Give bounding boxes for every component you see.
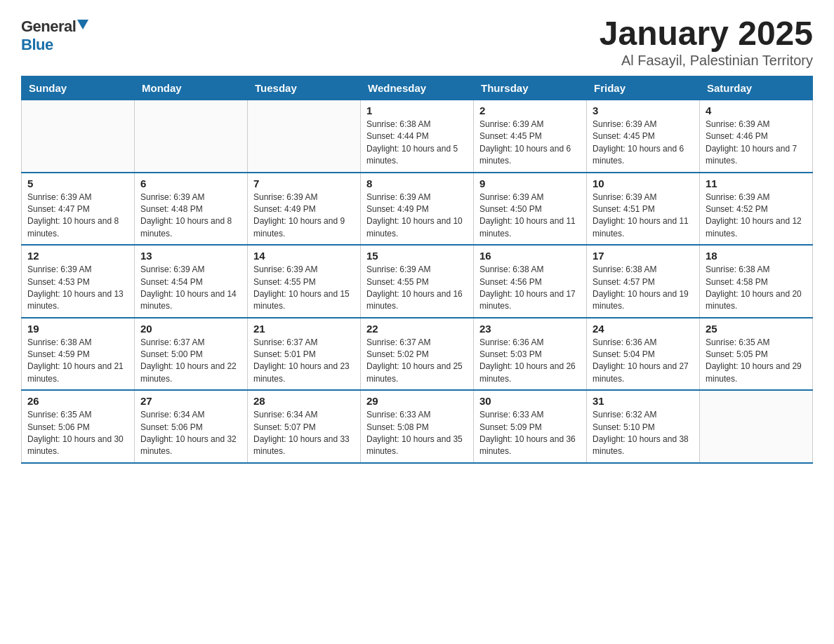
day-number: 1 bbox=[366, 105, 468, 116]
day-cell: 22Sunrise: 6:37 AM Sunset: 5:02 PM Dayli… bbox=[361, 318, 474, 391]
day-cell: 31Sunrise: 6:32 AM Sunset: 5:10 PM Dayli… bbox=[587, 390, 700, 463]
day-info: Sunrise: 6:38 AM Sunset: 4:58 PM Dayligh… bbox=[706, 264, 807, 313]
day-cell: 28Sunrise: 6:34 AM Sunset: 5:07 PM Dayli… bbox=[248, 390, 361, 463]
day-number: 5 bbox=[27, 177, 128, 189]
day-number: 29 bbox=[366, 395, 468, 407]
day-cell: 14Sunrise: 6:39 AM Sunset: 4:55 PM Dayli… bbox=[248, 245, 361, 318]
day-info: Sunrise: 6:39 AM Sunset: 4:46 PM Dayligh… bbox=[706, 119, 807, 168]
header-cell-friday: Friday bbox=[587, 76, 700, 100]
week-row-2: 5Sunrise: 6:39 AM Sunset: 4:47 PM Daylig… bbox=[22, 173, 813, 246]
day-info: Sunrise: 6:37 AM Sunset: 5:01 PM Dayligh… bbox=[253, 337, 355, 386]
day-info: Sunrise: 6:39 AM Sunset: 4:53 PM Dayligh… bbox=[27, 264, 128, 313]
day-number: 9 bbox=[479, 177, 581, 189]
day-info: Sunrise: 6:39 AM Sunset: 4:45 PM Dayligh… bbox=[479, 119, 581, 168]
header-cell-thursday: Thursday bbox=[474, 76, 587, 100]
day-number: 20 bbox=[140, 323, 241, 335]
header-cell-saturday: Saturday bbox=[700, 76, 813, 100]
day-cell: 25Sunrise: 6:35 AM Sunset: 5:05 PM Dayli… bbox=[700, 318, 813, 391]
location-text: Al Fasayil, Palestinian Territory bbox=[600, 53, 813, 69]
day-info: Sunrise: 6:35 AM Sunset: 5:05 PM Dayligh… bbox=[706, 337, 807, 386]
day-number: 4 bbox=[706, 105, 807, 116]
header-cell-tuesday: Tuesday bbox=[248, 76, 361, 100]
logo-blue-text: Blue bbox=[21, 36, 53, 54]
header-cell-monday: Monday bbox=[135, 76, 248, 100]
day-info: Sunrise: 6:39 AM Sunset: 4:52 PM Dayligh… bbox=[706, 192, 807, 241]
day-info: Sunrise: 6:39 AM Sunset: 4:55 PM Dayligh… bbox=[366, 264, 468, 313]
day-number: 17 bbox=[593, 250, 694, 262]
day-cell: 11Sunrise: 6:39 AM Sunset: 4:52 PM Dayli… bbox=[700, 173, 813, 246]
day-number: 13 bbox=[140, 250, 241, 262]
day-cell: 3Sunrise: 6:39 AM Sunset: 4:45 PM Daylig… bbox=[587, 100, 700, 173]
day-cell: 27Sunrise: 6:34 AM Sunset: 5:06 PM Dayli… bbox=[135, 390, 248, 463]
day-info: Sunrise: 6:39 AM Sunset: 4:45 PM Dayligh… bbox=[593, 119, 694, 168]
day-number: 6 bbox=[140, 177, 241, 189]
day-number: 2 bbox=[479, 105, 581, 116]
day-number: 27 bbox=[140, 395, 241, 407]
day-info: Sunrise: 6:36 AM Sunset: 5:04 PM Dayligh… bbox=[593, 337, 694, 386]
day-number: 16 bbox=[479, 250, 581, 262]
day-number: 24 bbox=[593, 323, 694, 335]
day-number: 23 bbox=[479, 323, 581, 335]
day-cell: 16Sunrise: 6:38 AM Sunset: 4:56 PM Dayli… bbox=[474, 245, 587, 318]
day-cell: 21Sunrise: 6:37 AM Sunset: 5:01 PM Dayli… bbox=[248, 318, 361, 391]
day-number: 21 bbox=[253, 323, 355, 335]
day-cell: 30Sunrise: 6:33 AM Sunset: 5:09 PM Dayli… bbox=[474, 390, 587, 463]
day-info: Sunrise: 6:39 AM Sunset: 4:54 PM Dayligh… bbox=[140, 264, 241, 313]
day-info: Sunrise: 6:38 AM Sunset: 4:57 PM Dayligh… bbox=[593, 264, 694, 313]
day-cell: 26Sunrise: 6:35 AM Sunset: 5:06 PM Dayli… bbox=[22, 390, 135, 463]
day-cell: 9Sunrise: 6:39 AM Sunset: 4:50 PM Daylig… bbox=[474, 173, 587, 246]
day-info: Sunrise: 6:39 AM Sunset: 4:51 PM Dayligh… bbox=[593, 192, 694, 241]
day-cell: 10Sunrise: 6:39 AM Sunset: 4:51 PM Dayli… bbox=[587, 173, 700, 246]
day-info: Sunrise: 6:39 AM Sunset: 4:47 PM Dayligh… bbox=[27, 192, 128, 241]
day-info: Sunrise: 6:39 AM Sunset: 4:49 PM Dayligh… bbox=[253, 192, 355, 241]
day-info: Sunrise: 6:38 AM Sunset: 4:44 PM Dayligh… bbox=[366, 119, 468, 168]
day-info: Sunrise: 6:39 AM Sunset: 4:49 PM Dayligh… bbox=[366, 192, 468, 241]
day-info: Sunrise: 6:38 AM Sunset: 4:56 PM Dayligh… bbox=[479, 264, 581, 313]
day-cell bbox=[248, 100, 361, 173]
day-number: 19 bbox=[27, 323, 128, 335]
day-cell bbox=[135, 100, 248, 173]
day-number: 26 bbox=[27, 395, 128, 407]
logo-general-text: General bbox=[21, 18, 76, 36]
day-number: 31 bbox=[593, 395, 694, 407]
day-number: 10 bbox=[593, 177, 694, 189]
calendar-table: SundayMondayTuesdayWednesdayThursdayFrid… bbox=[21, 76, 813, 464]
month-title: January 2025 bbox=[600, 14, 813, 53]
day-cell: 1Sunrise: 6:38 AM Sunset: 4:44 PM Daylig… bbox=[361, 100, 474, 173]
day-number: 8 bbox=[366, 177, 468, 189]
day-info: Sunrise: 6:38 AM Sunset: 4:59 PM Dayligh… bbox=[27, 337, 128, 386]
day-info: Sunrise: 6:37 AM Sunset: 5:00 PM Dayligh… bbox=[140, 337, 241, 386]
day-cell: 24Sunrise: 6:36 AM Sunset: 5:04 PM Dayli… bbox=[587, 318, 700, 391]
week-row-1: 1Sunrise: 6:38 AM Sunset: 4:44 PM Daylig… bbox=[22, 100, 813, 173]
day-cell: 29Sunrise: 6:33 AM Sunset: 5:08 PM Dayli… bbox=[361, 390, 474, 463]
day-info: Sunrise: 6:34 AM Sunset: 5:06 PM Dayligh… bbox=[140, 409, 241, 458]
day-cell: 12Sunrise: 6:39 AM Sunset: 4:53 PM Dayli… bbox=[22, 245, 135, 318]
title-section: January 2025 Al Fasayil, Palestinian Ter… bbox=[600, 14, 813, 69]
day-info: Sunrise: 6:33 AM Sunset: 5:08 PM Dayligh… bbox=[366, 409, 468, 458]
day-cell: 5Sunrise: 6:39 AM Sunset: 4:47 PM Daylig… bbox=[22, 173, 135, 246]
day-number: 18 bbox=[706, 250, 807, 262]
day-cell: 17Sunrise: 6:38 AM Sunset: 4:57 PM Dayli… bbox=[587, 245, 700, 318]
week-row-5: 26Sunrise: 6:35 AM Sunset: 5:06 PM Dayli… bbox=[22, 390, 813, 463]
day-info: Sunrise: 6:39 AM Sunset: 4:50 PM Dayligh… bbox=[479, 192, 581, 241]
logo: General Blue bbox=[21, 14, 88, 54]
header-cell-sunday: Sunday bbox=[22, 76, 135, 100]
day-number: 15 bbox=[366, 250, 468, 262]
day-number: 28 bbox=[253, 395, 355, 407]
day-cell: 6Sunrise: 6:39 AM Sunset: 4:48 PM Daylig… bbox=[135, 173, 248, 246]
day-info: Sunrise: 6:36 AM Sunset: 5:03 PM Dayligh… bbox=[479, 337, 581, 386]
day-info: Sunrise: 6:33 AM Sunset: 5:09 PM Dayligh… bbox=[479, 409, 581, 458]
week-row-4: 19Sunrise: 6:38 AM Sunset: 4:59 PM Dayli… bbox=[22, 318, 813, 391]
day-number: 30 bbox=[479, 395, 581, 407]
header-row: SundayMondayTuesdayWednesdayThursdayFrid… bbox=[22, 76, 813, 100]
day-info: Sunrise: 6:39 AM Sunset: 4:55 PM Dayligh… bbox=[253, 264, 355, 313]
day-number: 22 bbox=[366, 323, 468, 335]
day-cell: 7Sunrise: 6:39 AM Sunset: 4:49 PM Daylig… bbox=[248, 173, 361, 246]
day-cell: 19Sunrise: 6:38 AM Sunset: 4:59 PM Dayli… bbox=[22, 318, 135, 391]
logo-triangle-icon bbox=[77, 20, 88, 29]
day-info: Sunrise: 6:32 AM Sunset: 5:10 PM Dayligh… bbox=[593, 409, 694, 458]
day-cell: 13Sunrise: 6:39 AM Sunset: 4:54 PM Dayli… bbox=[135, 245, 248, 318]
day-cell: 20Sunrise: 6:37 AM Sunset: 5:00 PM Dayli… bbox=[135, 318, 248, 391]
day-number: 7 bbox=[253, 177, 355, 189]
day-number: 12 bbox=[27, 250, 128, 262]
